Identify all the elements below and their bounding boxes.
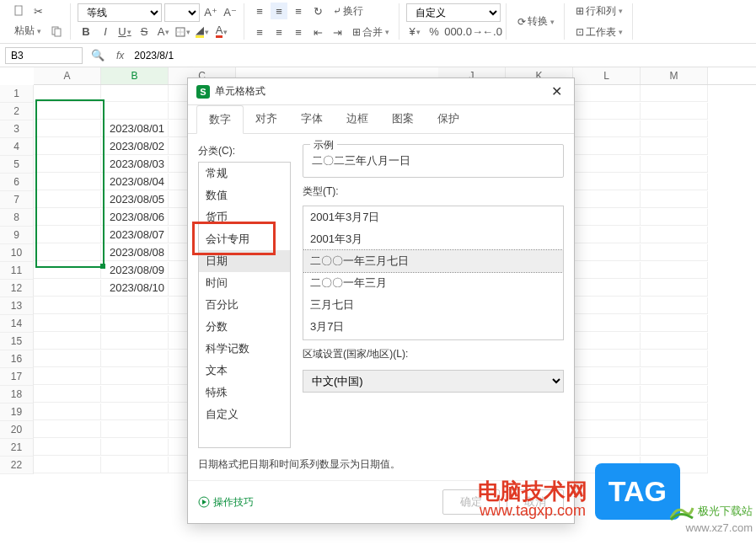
row-header[interactable]: 12 bbox=[0, 280, 34, 297]
cell[interactable] bbox=[641, 174, 708, 190]
cell[interactable] bbox=[34, 386, 101, 403]
cell[interactable] bbox=[641, 103, 708, 120]
cell[interactable] bbox=[34, 103, 101, 120]
row-header[interactable]: 1 bbox=[0, 85, 34, 103]
cell[interactable] bbox=[34, 368, 101, 385]
cell[interactable] bbox=[573, 421, 641, 438]
cell[interactable] bbox=[34, 262, 101, 279]
cell[interactable] bbox=[34, 138, 101, 155]
row-header[interactable]: 22 bbox=[0, 457, 34, 474]
cell[interactable] bbox=[34, 457, 101, 473]
cell[interactable] bbox=[101, 457, 169, 473]
cell[interactable] bbox=[34, 403, 101, 420]
cell[interactable] bbox=[641, 368, 708, 385]
cell[interactable] bbox=[573, 315, 641, 332]
type-item[interactable]: 2001年3月7日 bbox=[303, 206, 563, 228]
cell[interactable] bbox=[101, 103, 169, 120]
cell[interactable] bbox=[34, 350, 101, 367]
cell[interactable] bbox=[34, 120, 101, 137]
fx-icon[interactable]: fx bbox=[116, 50, 124, 61]
cell[interactable]: 2023/08/06 bbox=[101, 209, 169, 226]
percent-icon[interactable]: % bbox=[426, 24, 442, 40]
category-item[interactable]: 百分比 bbox=[199, 294, 290, 316]
cell[interactable] bbox=[573, 103, 641, 120]
clipboard-icon[interactable] bbox=[10, 3, 27, 19]
cell[interactable] bbox=[101, 386, 169, 403]
align-center-icon[interactable]: ≡ bbox=[271, 24, 287, 40]
row-header[interactable]: 14 bbox=[0, 315, 34, 333]
cell[interactable] bbox=[34, 227, 101, 243]
dialog-tab[interactable]: 保护 bbox=[426, 105, 471, 133]
border-button[interactable]: ▾ bbox=[174, 24, 191, 40]
increase-decimal-icon[interactable]: .0→ bbox=[464, 24, 481, 40]
number-format-select[interactable]: 自定义 bbox=[406, 3, 501, 22]
row-header[interactable]: 13 bbox=[0, 297, 34, 315]
cell[interactable] bbox=[641, 209, 708, 226]
cell[interactable]: 2023/08/01 bbox=[101, 120, 169, 137]
cell[interactable] bbox=[34, 315, 101, 332]
category-item[interactable]: 日期 bbox=[199, 250, 290, 272]
cell[interactable] bbox=[641, 191, 708, 208]
column-header[interactable]: M bbox=[641, 67, 708, 84]
decrease-decimal-icon[interactable]: ←.0 bbox=[484, 24, 501, 40]
cell[interactable] bbox=[573, 191, 641, 208]
cell[interactable] bbox=[641, 244, 708, 261]
formula-input[interactable] bbox=[134, 50, 751, 61]
worksheet-button[interactable]: ⊡ 工作表▾ bbox=[571, 23, 627, 42]
locale-select[interactable]: 中文(中国) bbox=[303, 370, 564, 393]
paste-button[interactable]: 粘贴▾ bbox=[10, 21, 46, 40]
row-header[interactable]: 4 bbox=[0, 138, 34, 156]
row-header[interactable]: 10 bbox=[0, 244, 34, 262]
cell[interactable] bbox=[573, 333, 641, 350]
type-item[interactable]: 星期三 bbox=[303, 338, 563, 340]
category-item[interactable]: 分数 bbox=[199, 316, 290, 338]
row-header[interactable]: 2 bbox=[0, 103, 34, 120]
row-header[interactable]: 15 bbox=[0, 333, 34, 350]
cell[interactable] bbox=[101, 368, 169, 385]
cell[interactable] bbox=[101, 439, 169, 456]
increase-font-icon[interactable]: A⁺ bbox=[202, 4, 219, 21]
dialog-tab[interactable]: 图案 bbox=[380, 105, 426, 133]
category-item[interactable]: 货币 bbox=[199, 206, 290, 228]
font-color-button[interactable]: A▾ bbox=[213, 24, 230, 40]
decrease-font-icon[interactable]: A⁻ bbox=[222, 4, 239, 21]
cell[interactable]: 2023/08/03 bbox=[101, 156, 169, 173]
cell[interactable] bbox=[641, 138, 708, 155]
cell[interactable] bbox=[641, 350, 708, 367]
currency-icon[interactable]: ¥▾ bbox=[406, 24, 423, 40]
cell[interactable] bbox=[573, 439, 641, 456]
cell[interactable]: 2023/08/08 bbox=[101, 244, 169, 261]
align-right-icon[interactable]: ≡ bbox=[290, 24, 307, 40]
cell[interactable] bbox=[34, 174, 101, 190]
cell[interactable]: 2023/08/02 bbox=[101, 138, 169, 155]
copy-icon[interactable] bbox=[48, 23, 65, 40]
row-header[interactable]: 18 bbox=[0, 386, 34, 403]
column-header[interactable]: B bbox=[101, 67, 169, 84]
cell[interactable] bbox=[34, 85, 101, 102]
font-family-select[interactable]: 等线 bbox=[78, 3, 162, 22]
cell[interactable] bbox=[573, 280, 641, 297]
rowcol-button[interactable]: ⊞ 行和列▾ bbox=[571, 2, 627, 21]
dialog-tab[interactable]: 字体 bbox=[289, 105, 335, 133]
row-header[interactable]: 5 bbox=[0, 156, 34, 174]
cell[interactable] bbox=[101, 403, 169, 420]
cell[interactable] bbox=[34, 209, 101, 226]
cell[interactable] bbox=[34, 156, 101, 173]
cell[interactable] bbox=[641, 85, 708, 102]
cell[interactable]: 2023/08/05 bbox=[101, 191, 169, 208]
align-bottom-icon[interactable]: ≡ bbox=[290, 3, 307, 19]
cell[interactable] bbox=[101, 350, 169, 367]
cell[interactable] bbox=[573, 120, 641, 137]
cell[interactable] bbox=[641, 120, 708, 137]
cell[interactable] bbox=[573, 403, 641, 420]
cell[interactable] bbox=[641, 280, 708, 297]
align-middle-icon[interactable]: ≡ bbox=[271, 3, 287, 19]
name-box[interactable] bbox=[5, 47, 83, 64]
row-header[interactable]: 6 bbox=[0, 174, 34, 191]
cell[interactable] bbox=[641, 403, 708, 420]
cell[interactable] bbox=[101, 333, 169, 350]
cell[interactable] bbox=[34, 421, 101, 438]
category-item[interactable]: 自定义 bbox=[199, 403, 290, 425]
italic-button[interactable]: I bbox=[97, 24, 114, 40]
row-header[interactable]: 17 bbox=[0, 368, 34, 386]
